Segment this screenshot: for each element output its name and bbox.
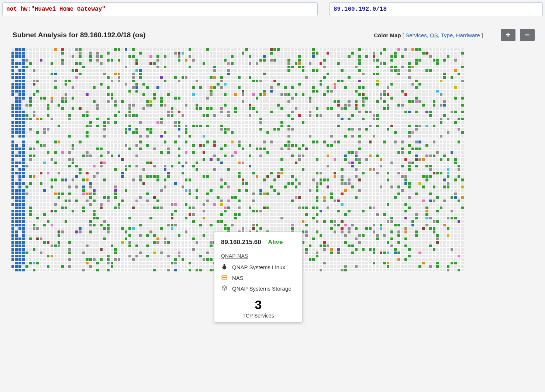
host-cell[interactable] [379,124,383,128]
host-cell[interactable] [269,168,273,171]
host-cell[interactable] [54,216,57,220]
host-cell[interactable] [54,150,57,154]
host-cell[interactable] [46,128,50,131]
host-cell[interactable] [355,237,358,240]
host-cell[interactable] [365,192,368,195]
host-cell[interactable] [135,124,138,128]
host-cell[interactable] [287,131,290,134]
host-cell[interactable] [71,114,75,117]
host-cell[interactable] [160,202,163,206]
host-cell[interactable] [418,175,421,178]
host-cell[interactable] [262,150,266,154]
host-cell[interactable] [347,209,351,213]
host-cell[interactable] [461,223,464,227]
host-cell[interactable] [15,182,18,185]
host-cell[interactable] [39,265,43,268]
host-cell[interactable] [29,268,32,272]
host-cell[interactable] [82,189,85,192]
host-cell[interactable] [337,240,340,244]
host-cell[interactable] [170,261,174,265]
host-cell[interactable] [11,114,14,117]
host-cell[interactable] [75,90,78,93]
host-cell[interactable] [383,69,386,72]
host-cell[interactable] [408,69,411,72]
host-cell[interactable] [124,55,128,58]
host-cell[interactable] [131,90,135,93]
host-cell[interactable] [206,227,209,230]
host-cell[interactable] [383,86,386,89]
host-cell[interactable] [322,230,326,233]
host-cell[interactable] [184,240,188,244]
host-cell[interactable] [78,93,82,96]
host-cell[interactable] [355,128,358,131]
host-cell[interactable] [319,195,322,199]
host-cell[interactable] [15,227,18,230]
host-cell[interactable] [192,244,195,247]
host-cell[interactable] [39,175,43,178]
host-cell[interactable] [209,147,213,150]
host-cell[interactable] [110,258,114,261]
host-cell[interactable] [404,261,407,265]
host-cell[interactable] [220,199,223,202]
host-cell[interactable] [170,65,174,69]
host-cell[interactable] [365,223,368,227]
host-cell[interactable] [461,147,464,150]
host-cell[interactable] [160,62,163,65]
host-cell[interactable] [376,206,379,209]
host-cell[interactable] [29,168,32,171]
host-cell[interactable] [153,100,156,103]
host-cell[interactable] [110,247,114,251]
host-cell[interactable] [231,227,234,230]
host-cell[interactable] [75,265,78,268]
host-cell[interactable] [259,107,262,110]
host-cell[interactable] [96,199,99,202]
host-cell[interactable] [259,202,262,206]
host-cell[interactable] [64,110,68,114]
host-cell[interactable] [273,144,276,147]
host-cell[interactable] [131,216,135,220]
host-cell[interactable] [184,154,188,157]
host-cell[interactable] [192,265,195,268]
host-cell[interactable] [461,251,464,254]
host-cell[interactable] [195,202,199,206]
host-cell[interactable] [326,189,330,192]
host-cell[interactable] [57,178,61,181]
host-cell[interactable] [128,69,131,72]
host-cell[interactable] [177,79,181,83]
host-cell[interactable] [400,103,404,107]
host-cell[interactable] [369,185,372,188]
host-cell[interactable] [146,244,149,247]
host-cell[interactable] [255,189,259,192]
host-cell[interactable] [146,131,149,134]
host-cell[interactable] [50,65,54,69]
host-cell[interactable] [18,154,21,157]
host-cell[interactable] [404,175,407,178]
host-cell[interactable] [404,192,407,195]
host-cell[interactable] [326,220,330,223]
host-cell[interactable] [231,209,234,213]
host-cell[interactable] [153,131,156,134]
host-cell[interactable] [234,128,237,131]
host-cell[interactable] [358,202,361,206]
host-cell[interactable] [241,131,245,134]
host-cell[interactable] [46,103,50,107]
host-cell[interactable] [195,72,199,76]
host-cell[interactable] [425,96,428,100]
host-cell[interactable] [213,76,216,79]
host-cell[interactable] [312,135,315,138]
host-cell[interactable] [301,93,305,96]
host-cell[interactable] [57,234,61,237]
host-cell[interactable] [142,128,145,131]
host-cell[interactable] [241,51,245,55]
host-cell[interactable] [117,128,121,131]
host-cell[interactable] [273,213,276,216]
host-cell[interactable] [443,230,446,233]
host-cell[interactable] [46,178,50,181]
host-cell[interactable] [146,195,149,199]
host-cell[interactable] [277,220,280,223]
host-cell[interactable] [273,55,276,58]
host-cell[interactable] [294,161,298,164]
host-cell[interactable] [400,135,404,138]
host-cell[interactable] [25,164,28,168]
host-cell[interactable] [167,135,170,138]
